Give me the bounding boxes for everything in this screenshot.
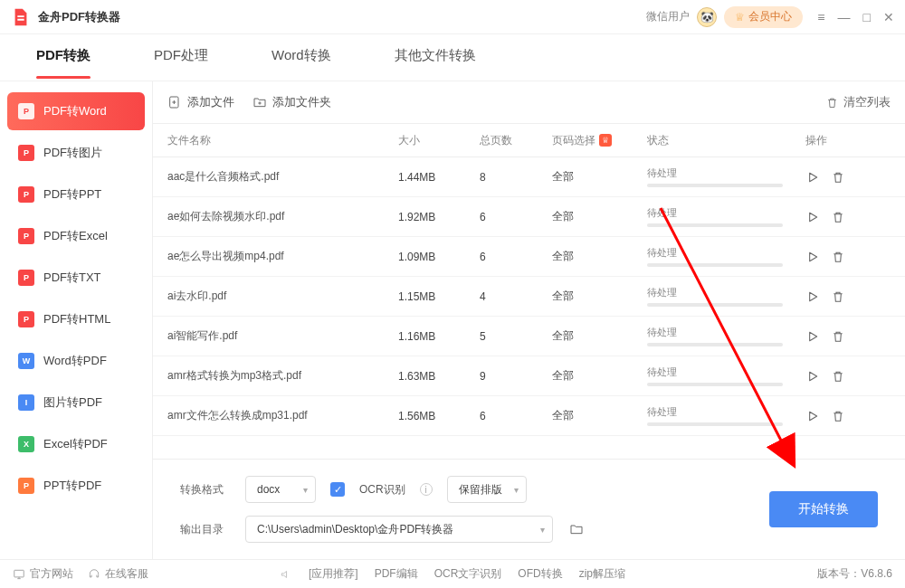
footer-link-ofd[interactable]: OFD转换 bbox=[518, 566, 562, 582]
cell-range[interactable]: 全部 bbox=[552, 408, 647, 423]
format-label: 转换格式 bbox=[180, 482, 231, 498]
sidebar-item-pdf-to-txt[interactable]: PPDF转TXT bbox=[7, 259, 145, 297]
progress-bar bbox=[647, 263, 783, 267]
play-icon[interactable] bbox=[805, 409, 820, 423]
header-name: 文件名称 bbox=[167, 133, 398, 148]
table-row[interactable]: ae怎么导出视频mp4.pdf 1.09MB 6 全部 待处理 bbox=[153, 237, 905, 277]
play-icon[interactable] bbox=[805, 250, 820, 264]
headset-icon bbox=[88, 568, 100, 581]
cell-range[interactable]: 全部 bbox=[552, 169, 647, 185]
sidebar-item-pdf-to-ppt[interactable]: PPDF转PPT bbox=[7, 175, 145, 213]
play-icon[interactable] bbox=[805, 210, 820, 224]
play-icon[interactable] bbox=[805, 329, 820, 344]
add-file-icon bbox=[167, 95, 182, 109]
footer-link-apps[interactable]: [应用推荐] bbox=[309, 566, 358, 582]
cell-status: 待处理 bbox=[647, 405, 801, 426]
play-icon[interactable] bbox=[805, 369, 820, 384]
start-convert-button[interactable]: 开始转换 bbox=[769, 491, 878, 527]
folder-icon[interactable] bbox=[567, 522, 586, 536]
table-row[interactable]: aac是什么音频格式.pdf 1.44MB 8 全部 待处理 bbox=[153, 157, 905, 197]
add-folder-button[interactable]: 添加文件夹 bbox=[252, 94, 331, 110]
cell-range[interactable]: 全部 bbox=[552, 368, 647, 384]
info-icon[interactable]: i bbox=[420, 483, 433, 496]
footer-link-zip[interactable]: zip解压缩 bbox=[579, 566, 625, 582]
cell-range[interactable]: 全部 bbox=[552, 328, 647, 344]
play-icon[interactable] bbox=[805, 289, 820, 304]
footer-link-edit[interactable]: PDF编辑 bbox=[375, 566, 418, 582]
cell-status: 待处理 bbox=[647, 206, 801, 227]
trash-icon[interactable] bbox=[831, 250, 845, 264]
sidebar-item-image-to-pdf[interactable]: I图片转PDF bbox=[7, 384, 145, 422]
minimize-button[interactable]: — bbox=[838, 11, 851, 24]
clear-list-button[interactable]: 清空列表 bbox=[825, 94, 891, 110]
word-icon: W bbox=[18, 353, 34, 369]
table-row[interactable]: ai智能写作.pdf 1.16MB 5 全部 待处理 bbox=[153, 317, 905, 356]
cell-pages: 8 bbox=[480, 171, 552, 184]
header-range: 页码选择♕ bbox=[552, 133, 647, 148]
menu-icon[interactable]: ≡ bbox=[817, 11, 824, 24]
progress-bar bbox=[647, 303, 783, 307]
cell-status: 待处理 bbox=[647, 246, 801, 267]
table-row[interactable]: ae如何去除视频水印.pdf 1.92MB 6 全部 待处理 bbox=[153, 197, 905, 237]
header-ops: 操作 bbox=[801, 133, 891, 148]
table-row[interactable]: ai去水印.pdf 1.15MB 4 全部 待处理 bbox=[153, 277, 905, 317]
ocr-checkbox[interactable]: ✓ bbox=[330, 482, 345, 497]
sidebar-item-excel-to-pdf[interactable]: XExcel转PDF bbox=[7, 425, 145, 463]
cell-ops bbox=[801, 369, 891, 384]
trash-icon[interactable] bbox=[831, 210, 845, 224]
trash-icon[interactable] bbox=[831, 409, 845, 423]
cell-ops bbox=[801, 409, 891, 423]
tab-pdf-process[interactable]: PDF处理 bbox=[154, 47, 208, 68]
main-pane: 添加文件 添加文件夹 清空列表 文件名称 大小 总页数 页码选择♕ 状态 操作 … bbox=[152, 81, 905, 559]
footer-link-ocr[interactable]: OCR文字识别 bbox=[434, 566, 502, 582]
official-site-link[interactable]: 官方网站 bbox=[13, 566, 73, 582]
sidebar-item-pdf-to-word[interactable]: PPDF转Word bbox=[7, 92, 145, 130]
title-bar: 金舟PDF转换器 微信用户 🐼 会员中心 ≡ — □ ✕ bbox=[0, 0, 905, 34]
output-path-select[interactable]: C:\Users\admin\Desktop\金舟PDF转换器 bbox=[245, 516, 553, 543]
table-row[interactable]: amr格式转换为mp3格式.pdf 1.63MB 9 全部 待处理 bbox=[153, 356, 905, 396]
settings-panel: 转换格式 docx ✓ OCR识别 i 保留排版 输出目录 C:\Users\a… bbox=[153, 459, 905, 559]
ppt-icon: P bbox=[18, 478, 34, 494]
tab-pdf-convert[interactable]: PDF转换 bbox=[36, 47, 90, 68]
sidebar-item-ppt-to-pdf[interactable]: PPPT转PDF bbox=[7, 467, 145, 505]
support-link[interactable]: 在线客服 bbox=[88, 566, 148, 582]
sidebar-item-pdf-to-image[interactable]: PPDF转图片 bbox=[7, 134, 145, 172]
sidebar: PPDF转Word PPDF转图片 PPDF转PPT PPDF转Excel PP… bbox=[0, 81, 152, 559]
trash-icon[interactable] bbox=[831, 329, 845, 344]
table-row[interactable]: amr文件怎么转换成mp31.pdf 1.56MB 6 全部 待处理 bbox=[153, 396, 905, 436]
progress-bar bbox=[647, 343, 783, 346]
format-select[interactable]: docx bbox=[245, 476, 316, 503]
trash-icon[interactable] bbox=[831, 369, 845, 384]
cell-name: amr文件怎么转换成mp31.pdf bbox=[167, 408, 398, 423]
avatar[interactable]: 🐼 bbox=[697, 7, 717, 27]
sidebar-item-pdf-to-excel[interactable]: PPDF转Excel bbox=[7, 217, 145, 255]
cell-range[interactable]: 全部 bbox=[552, 289, 647, 304]
close-button[interactable]: ✕ bbox=[883, 11, 894, 24]
tab-other-convert[interactable]: 其他文件转换 bbox=[395, 47, 476, 68]
header-pages: 总页数 bbox=[480, 133, 552, 148]
cell-range[interactable]: 全部 bbox=[552, 209, 647, 224]
svg-rect-1 bbox=[14, 570, 24, 577]
cell-name: ae如何去除视频水印.pdf bbox=[167, 209, 398, 224]
maximize-button[interactable]: □ bbox=[863, 11, 871, 24]
pdf-icon: P bbox=[18, 270, 34, 286]
layout-select[interactable]: 保留排版 bbox=[447, 476, 527, 503]
play-icon[interactable] bbox=[805, 170, 820, 185]
speaker-icon bbox=[280, 568, 292, 581]
version-label: 版本号：V6.8.6 bbox=[817, 566, 892, 582]
trash-icon[interactable] bbox=[831, 170, 845, 185]
cell-pages: 4 bbox=[480, 290, 552, 303]
sidebar-item-word-to-pdf[interactable]: WWord转PDF bbox=[7, 342, 145, 380]
cell-size: 1.16MB bbox=[398, 330, 480, 343]
cell-size: 1.63MB bbox=[398, 370, 480, 383]
cell-size: 1.56MB bbox=[398, 410, 480, 422]
cell-ops bbox=[801, 329, 891, 344]
trash-icon[interactable] bbox=[831, 289, 845, 304]
cell-range[interactable]: 全部 bbox=[552, 249, 647, 264]
cell-status: 待处理 bbox=[647, 166, 801, 187]
tab-word-convert[interactable]: Word转换 bbox=[272, 47, 331, 68]
member-center-button[interactable]: 会员中心 bbox=[724, 6, 803, 28]
add-file-button[interactable]: 添加文件 bbox=[167, 94, 234, 110]
sidebar-item-pdf-to-html[interactable]: PPDF转HTML bbox=[7, 300, 145, 338]
add-folder-icon bbox=[252, 95, 267, 109]
